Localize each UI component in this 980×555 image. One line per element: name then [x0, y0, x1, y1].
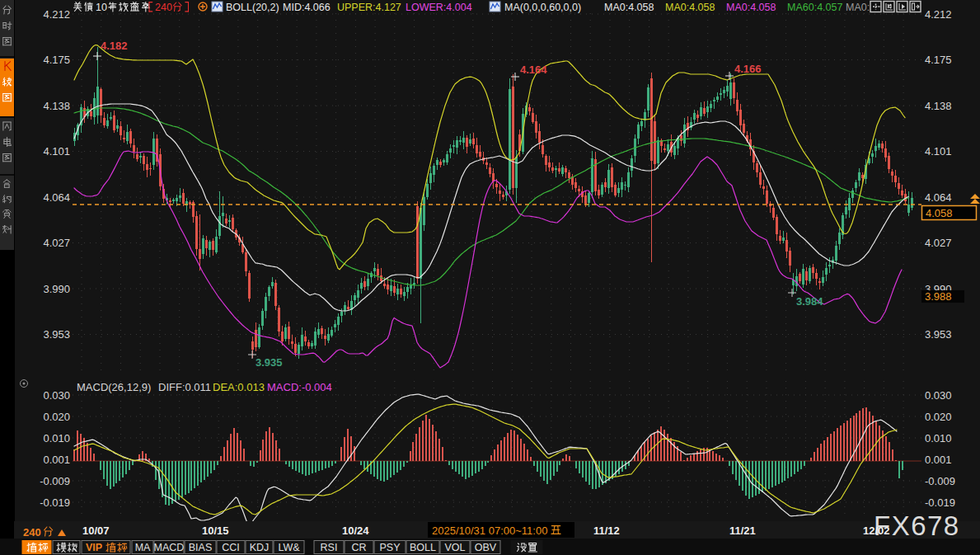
svg-text:0.020: 0.020 [925, 411, 952, 423]
svg-text:3.990: 3.990 [43, 283, 70, 295]
svg-text:CR: CR [351, 542, 366, 553]
svg-text:3.988: 3.988 [925, 290, 952, 303]
svg-text:OBV: OBV [475, 542, 497, 553]
svg-text:MA0:4.058: MA0:4.058 [604, 2, 654, 13]
svg-text:10: 10 [96, 2, 107, 13]
svg-text:MA60:4.057: MA60:4.057 [787, 2, 842, 13]
svg-text:RSI: RSI [321, 542, 338, 553]
svg-text:4.175: 4.175 [925, 54, 952, 66]
svg-text:0.010: 0.010 [43, 432, 70, 444]
svg-text:4.101: 4.101 [43, 145, 70, 158]
svg-text:LW&: LW& [278, 542, 300, 553]
svg-text:0.010: 0.010 [925, 432, 952, 444]
svg-text:2025/10/31 07:00~11:00: 2025/10/31 07:00~11:00 [432, 524, 547, 537]
svg-text:4.101: 4.101 [925, 145, 952, 158]
svg-text:10/15: 10/15 [202, 524, 229, 537]
svg-text:VIP: VIP [86, 542, 102, 553]
svg-text:3.984: 3.984 [796, 295, 823, 308]
svg-text:DIFF:0.011: DIFF:0.011 [158, 381, 211, 393]
svg-text:MA0:: MA0: [846, 2, 870, 13]
svg-text:4.138: 4.138 [43, 100, 70, 112]
svg-text:UPPER:4.127: UPPER:4.127 [337, 2, 401, 13]
svg-text:0.001: 0.001 [43, 454, 70, 466]
svg-text:MA: MA [135, 542, 151, 553]
svg-text:4.166: 4.166 [734, 63, 762, 75]
svg-text:11/12: 11/12 [593, 524, 620, 537]
svg-text:4.164: 4.164 [520, 63, 547, 76]
svg-text:4.058: 4.058 [926, 207, 953, 219]
svg-text:0.020: 0.020 [43, 411, 70, 423]
svg-text:3.953: 3.953 [925, 328, 952, 341]
svg-text:240: 240 [23, 526, 41, 539]
svg-text:3.935: 3.935 [256, 356, 283, 369]
svg-text:BOLL(20,2): BOLL(20,2) [226, 2, 279, 13]
svg-text:CCI: CCI [222, 542, 240, 553]
svg-text:-0.009: -0.009 [40, 475, 70, 487]
svg-text:DEA:0.013: DEA:0.013 [213, 381, 265, 393]
svg-text:4.138: 4.138 [925, 100, 952, 112]
svg-text:-0.019: -0.019 [40, 496, 70, 509]
svg-text:PSY: PSY [379, 542, 401, 553]
svg-text:10/07: 10/07 [82, 524, 110, 537]
svg-text:4.212: 4.212 [43, 8, 70, 21]
svg-text:4.027: 4.027 [43, 237, 70, 249]
svg-text:0.001: 0.001 [925, 454, 952, 466]
svg-text:MID:4.066: MID:4.066 [283, 2, 331, 13]
svg-text:4.212: 4.212 [925, 8, 952, 21]
svg-text:MA(0,0,0,60,0,0): MA(0,0,0,60,0,0) [504, 2, 581, 13]
svg-text:LOWER:4.004: LOWER:4.004 [406, 2, 472, 13]
svg-text:10/24: 10/24 [342, 524, 369, 537]
svg-text:MA0:4.058: MA0:4.058 [726, 2, 776, 13]
svg-text:12/02: 12/02 [863, 524, 890, 537]
svg-text:4.175: 4.175 [43, 54, 70, 66]
svg-text:4.027: 4.027 [925, 237, 952, 249]
svg-text:BIAS: BIAS [189, 542, 213, 553]
svg-text:-0.009: -0.009 [925, 475, 955, 487]
svg-text:KDJ: KDJ [250, 542, 270, 553]
svg-text:VOL: VOL [444, 542, 465, 553]
svg-text:3.953: 3.953 [43, 328, 70, 341]
svg-text:-0.019: -0.019 [925, 496, 955, 509]
svg-text:0.030: 0.030 [43, 389, 70, 402]
svg-text:240: 240 [155, 2, 172, 13]
svg-text:BOLL: BOLL [410, 542, 436, 553]
svg-text:11/21: 11/21 [729, 524, 756, 537]
svg-text:0.030: 0.030 [925, 389, 952, 402]
svg-text:MA0:4.058: MA0:4.058 [665, 2, 715, 13]
svg-text:MACD:-0.004: MACD:-0.004 [267, 381, 332, 393]
svg-text:4.064: 4.064 [43, 191, 70, 204]
svg-text:4.064: 4.064 [925, 191, 952, 204]
svg-text:MACD(26,12,9): MACD(26,12,9) [77, 381, 151, 393]
svg-text:MACD: MACD [154, 542, 185, 553]
svg-text:4.182: 4.182 [101, 40, 128, 52]
